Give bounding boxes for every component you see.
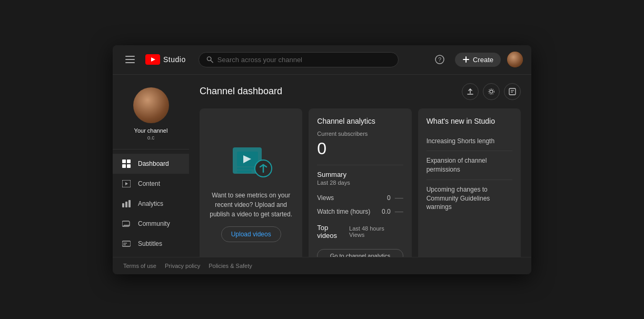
- sidebar-item-community[interactable]: Community: [113, 214, 189, 234]
- upload-videos-button[interactable]: Upload videos: [221, 226, 281, 242]
- analytics-label: Analytics: [138, 200, 163, 207]
- logo: Studio: [145, 54, 186, 65]
- upload-icon: [467, 88, 474, 95]
- svg-rect-13: [122, 164, 126, 168]
- svg-rect-0: [125, 56, 135, 57]
- top-videos-title: Top videos: [317, 224, 349, 240]
- top-videos-period: Last 48 hours Views: [349, 225, 403, 238]
- avatar[interactable]: [507, 52, 523, 67]
- whats-new-item-1-text: Increasing Shorts length: [427, 137, 512, 146]
- whats-new-item-2[interactable]: Expansion of channel permissions: [427, 151, 512, 180]
- search-icon: [206, 56, 213, 63]
- header-right: ? Create: [431, 51, 523, 68]
- subscribers-label: Current subscribers: [317, 131, 403, 137]
- go-to-channel-analytics-button[interactable]: Go to channel analytics: [317, 249, 403, 257]
- upload-card-text: Want to see metrics on your recent video…: [208, 191, 294, 219]
- subtitles-icon: [121, 238, 132, 249]
- page-actions: [462, 83, 521, 100]
- whats-new-item-3[interactable]: Upcoming changes to Community Guidelines…: [427, 180, 512, 217]
- watch-time-dash: —: [395, 207, 403, 216]
- sidebar-item-subtitles[interactable]: Subtitles: [113, 234, 189, 254]
- main-content: Channel dashboard: [189, 75, 531, 257]
- subtitles-label: Subtitles: [138, 240, 162, 247]
- svg-point-37: [489, 88, 494, 94]
- upload-illustration: [227, 137, 275, 184]
- watch-time-stat-row: Watch time (hours) 0.0 —: [317, 205, 403, 218]
- watch-time-label: Watch time (hours): [317, 208, 370, 215]
- content-label: Content: [138, 180, 160, 187]
- sidebar-nav: Dashboard Content Analytics: [113, 149, 189, 257]
- svg-text:?: ?: [438, 56, 441, 63]
- watch-time-value: 0.0 —: [382, 207, 403, 216]
- svg-point-36: [490, 90, 493, 93]
- profile-avatar[interactable]: [133, 87, 169, 123]
- youtube-logo-icon: [145, 54, 160, 65]
- page-title: Channel dashboard: [200, 86, 282, 97]
- svg-rect-14: [127, 164, 131, 168]
- dashboard-icon: [121, 158, 132, 169]
- content-icon: [121, 178, 132, 189]
- page-title-row: Channel dashboard: [200, 83, 521, 100]
- upload-action-button[interactable]: [462, 83, 479, 100]
- analytics-card-title: Channel analytics: [317, 117, 403, 125]
- svg-rect-2: [125, 62, 135, 63]
- create-plus-icon: [462, 56, 470, 63]
- footer: Terms of use Privacy policy Policies & S…: [113, 257, 531, 274]
- summary-period: Last 28 days: [317, 180, 403, 186]
- footer-link-policies[interactable]: Policies & Safety: [209, 263, 252, 269]
- header-left: Studio: [121, 51, 186, 68]
- svg-rect-18: [125, 202, 127, 207]
- search-input-wrap: [199, 52, 399, 67]
- whats-new-title: What's new in Studio: [427, 117, 512, 125]
- svg-marker-16: [125, 182, 128, 185]
- subscribers-count: 0: [317, 139, 403, 158]
- search-input[interactable]: [217, 56, 391, 64]
- dashboard-grid: Want to see metrics on your recent video…: [200, 108, 521, 257]
- sidebar: Your channel o.c Dashboard Content: [113, 75, 189, 257]
- svg-line-6: [211, 60, 213, 62]
- footer-link-privacy[interactable]: Privacy policy: [165, 263, 200, 269]
- sidebar-profile: Your channel o.c: [113, 79, 189, 149]
- community-icon: [121, 218, 132, 229]
- hamburger-button[interactable]: [121, 51, 139, 68]
- whats-new-item-1[interactable]: Increasing Shorts length: [427, 132, 512, 152]
- svg-rect-11: [122, 160, 126, 163]
- sidebar-item-content[interactable]: Content: [113, 174, 189, 194]
- top-videos-header: Top videos Last 48 hours Views: [317, 224, 403, 240]
- go-live-action-button[interactable]: [483, 83, 500, 100]
- upload-card: Want to see metrics on your recent video…: [200, 108, 302, 257]
- edit-icon: [509, 88, 516, 95]
- summary-title: Summary: [317, 171, 403, 178]
- go-live-icon: [488, 88, 495, 95]
- views-stat-row: Views 0 —: [317, 191, 403, 205]
- views-dash: —: [395, 193, 403, 203]
- views-label: Views: [317, 194, 334, 202]
- whats-new-item-2-text: Expansion of channel permissions: [427, 156, 512, 174]
- svg-rect-21: [122, 241, 131, 246]
- channel-handle: o.c: [147, 135, 154, 141]
- analytics-divider: [317, 165, 403, 165]
- sidebar-item-analytics[interactable]: Analytics: [113, 194, 189, 214]
- analytics-icon: [121, 198, 132, 209]
- whats-new-card: What's new in Studio Increasing Shorts l…: [418, 108, 521, 257]
- svg-rect-17: [122, 203, 124, 207]
- footer-link-terms[interactable]: Terms of use: [123, 263, 156, 269]
- whats-new-item-3-text: Upcoming changes to Community Guidelines…: [427, 185, 512, 212]
- header: Studio ?: [113, 45, 531, 75]
- search-bar: [199, 52, 399, 67]
- top-videos-section: Top videos Last 48 hours Views: [317, 224, 403, 240]
- svg-rect-1: [125, 59, 135, 60]
- views-value: 0 —: [387, 193, 403, 203]
- create-label: Create: [473, 56, 493, 64]
- analytics-card: Channel analytics Current subscribers 0 …: [309, 108, 411, 257]
- svg-rect-45: [237, 171, 252, 173]
- create-button[interactable]: Create: [455, 53, 501, 67]
- body: Your channel o.c Dashboard Content: [113, 75, 531, 257]
- help-button[interactable]: ?: [431, 51, 449, 68]
- svg-rect-38: [509, 88, 516, 95]
- svg-rect-12: [127, 160, 131, 163]
- app-window: Studio ?: [113, 45, 531, 274]
- channel-name: Your channel: [134, 127, 168, 134]
- sidebar-item-dashboard[interactable]: Dashboard: [113, 154, 189, 174]
- edit-action-button[interactable]: [504, 83, 521, 100]
